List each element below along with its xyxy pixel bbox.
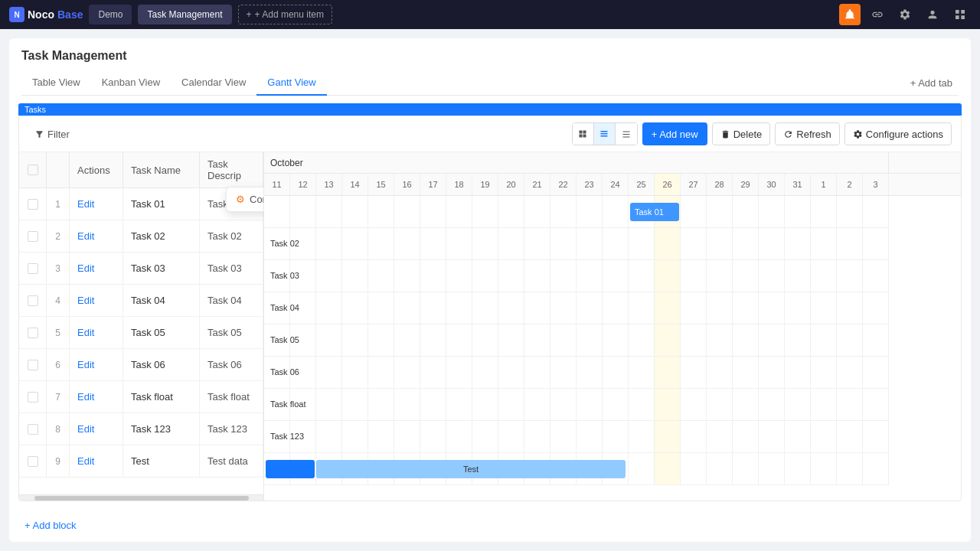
gantt-task-label: Task 05 [270,335,299,344]
nav-bell-icon-btn[interactable] [839,4,861,25]
row-task-desc: Task 03 [200,253,263,284]
row-checkbox[interactable] [28,360,38,370]
nav-task-management-btn[interactable]: Task Management [138,5,231,24]
gantt-day-cell: 23 [577,174,603,195]
row-num: 5 [47,317,70,348]
row-checkbox[interactable] [28,199,38,210]
gantt-wrapper: ⚙ Configure columns Actions Task Name Ta… [19,152,961,500]
add-new-button[interactable]: + Add new [642,122,707,145]
nav-settings-icon-btn[interactable] [894,4,916,25]
tab-list: Table View Kanban View Calendar View Gan… [21,70,327,95]
delete-button[interactable]: Delete [712,122,771,145]
row-num: 7 [47,381,70,412]
nav-link-icon-btn[interactable] [867,4,888,25]
row-task-name: Test [123,445,200,477]
edit-link[interactable]: Edit [77,262,94,274]
nav-user-icon-btn[interactable] [922,4,943,25]
tab-table-view[interactable]: Table View [21,70,91,96]
toolbar-right: + Add new Delete Refresh Configure actio… [572,122,952,145]
block-area: Tasks Filter [9,96,971,509]
filter-button[interactable]: Filter [28,126,76,143]
row-task-name: Task 06 [123,349,200,380]
tab-calendar-view[interactable]: Calendar View [171,70,256,96]
row-task-desc: Task 04 [200,285,263,316]
table-body: 1 Edit Task 01 Task 01 2 Edit Task 02 Ta… [19,188,263,494]
row-checkbox[interactable] [28,328,38,338]
tab-kanban-view[interactable]: Kanban View [91,70,171,96]
refresh-button[interactable]: Refresh [775,122,840,145]
gantt-task-label: Task 03 [270,271,299,280]
edit-link[interactable]: Edit [77,198,94,210]
gantt-row: Task 01 [264,196,889,228]
edit-link[interactable]: Edit [77,455,94,467]
gantt-row: Task 04 [264,292,889,324]
gantt-day-cell: 14 [342,174,368,195]
edit-link[interactable]: Edit [77,359,94,370]
table-scrollbar[interactable] [19,494,263,500]
svg-rect-2 [580,135,583,138]
row-checkbox[interactable] [28,263,38,274]
edit-link[interactable]: Edit [77,391,94,403]
configure-columns-popup[interactable]: ⚙ Configure columns [226,187,264,212]
edit-link[interactable]: Edit [77,423,94,435]
gantt-row-bg [264,324,889,356]
row-actions: Edit [70,381,123,412]
add-block-button[interactable]: + Add block [18,517,83,534]
table-row: 2 Edit Task 02 Task 02 [19,220,263,253]
configure-columns-icon: ⚙ [236,194,245,205]
gantt-day-cell: 21 [524,174,550,195]
gantt-task-label: Task 02 [270,239,299,248]
logo-icon: N [9,7,24,22]
gantt-day-cell: 12 [290,174,316,195]
row-task-name: Task 123 [123,413,200,445]
configure-actions-button[interactable]: Configure actions [844,122,952,145]
row-task-name: Task 02 [123,220,200,252]
view-icon-btn-2[interactable] [594,123,616,145]
nav-demo-btn[interactable]: Demo [89,5,132,24]
view-icon-btn-3[interactable] [616,123,637,145]
logo-text-blue: Base [57,8,83,21]
row-checkbox[interactable] [28,295,38,306]
edit-link[interactable]: Edit [77,327,94,338]
row-num: 1 [47,188,70,220]
edit-link[interactable]: Edit [77,230,94,242]
filter-label: Filter [47,129,70,140]
row-task-desc: Task 05 [200,317,263,348]
table-row: 5 Edit Task 05 Task 05 [19,317,263,349]
row-num: 3 [47,253,70,284]
gantt-row: Test [264,453,889,485]
header-checkbox[interactable] [28,165,38,175]
row-task-name: Task 03 [123,253,200,284]
edit-link[interactable]: Edit [77,295,94,306]
gantt-day-cell: 18 [446,174,472,195]
gantt-bar-test-pre [266,460,315,478]
table-scrollbar-thumb [34,496,249,500]
main-content: Task Management Table View Kanban View C… [9,38,971,542]
top-nav: N NocoBase Demo Task Management + + Add … [0,0,980,29]
nav-add-menu-btn[interactable]: + + Add menu item [238,5,332,24]
row-checkbox[interactable] [28,392,38,403]
row-checkbox[interactable] [28,424,38,435]
svg-rect-3 [583,135,586,138]
row-task-name: Task 01 [123,188,200,220]
row-checkbox[interactable] [28,231,38,242]
add-tab-button[interactable]: + Add tab [904,74,959,92]
row-checkbox-cell [19,188,47,220]
row-checkbox-cell [19,349,47,380]
nav-grid-icon-btn[interactable] [949,4,971,25]
th-actions: Actions [70,152,123,187]
gantt-day-cell: 2 [837,174,863,195]
configure-actions-label: Configure actions [866,129,943,140]
view-icon-btn-1[interactable] [573,123,594,145]
row-checkbox[interactable] [28,456,38,467]
gantt-row-bg [264,292,889,324]
filter-icon [34,129,44,139]
row-task-desc: Task 02 [200,220,263,252]
gantt-day-cell: 20 [498,174,524,195]
gantt-day-cell: 30 [759,174,785,195]
row-checkbox-cell [19,220,47,252]
row-task-name: Task 04 [123,285,200,316]
gantt-row: Task 123 [264,421,889,453]
row-actions: Edit [70,413,123,445]
tab-gantt-view[interactable]: Gantt View [256,70,326,96]
